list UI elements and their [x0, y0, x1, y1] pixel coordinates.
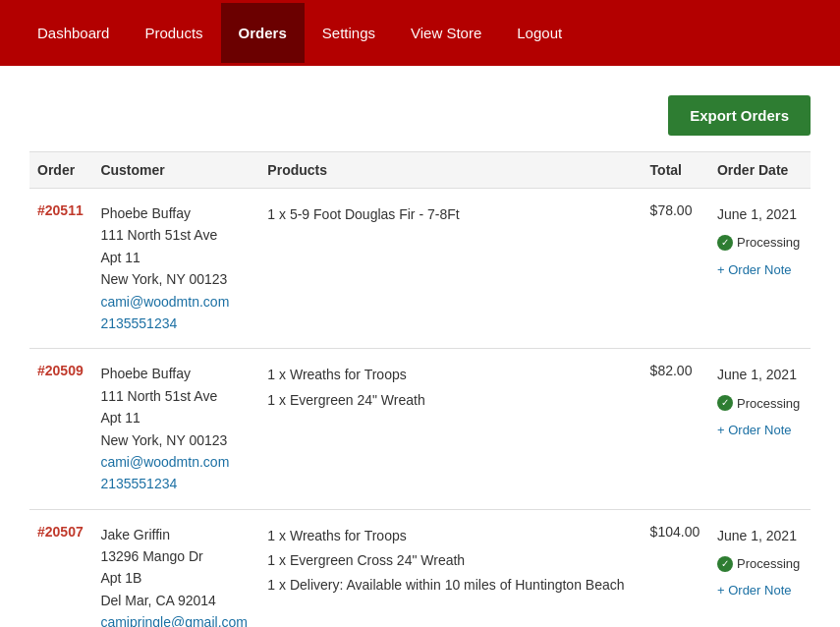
customer-name: Phoebe Buffay	[100, 363, 252, 384]
nav-item-view-store[interactable]: View Store	[393, 3, 499, 63]
order-date: June 1, 2021	[717, 202, 803, 227]
product-item: 1 x Wreaths for Troops	[267, 363, 634, 387]
nav-item-logout[interactable]: Logout	[499, 3, 580, 63]
customer-email[interactable]: camipringle@gmail.com	[100, 614, 248, 627]
product-item: 1 x 5-9 Foot Douglas Fir - 7-8Ft	[267, 202, 634, 227]
col-customer: Customer	[92, 152, 259, 189]
total-cell: $78.00	[643, 189, 709, 349]
nav-item-orders[interactable]: Orders	[221, 3, 305, 63]
nav-item-settings[interactable]: Settings	[305, 3, 393, 63]
customer-cell: Phoebe Buffay 111 North 51st Ave Apt 11 …	[92, 189, 259, 349]
customer-city: Del Mar, CA 92014	[100, 590, 252, 611]
status-icon	[717, 556, 733, 572]
products-cell: 1 x Wreaths for Troops1 x Evergreen Cros…	[259, 509, 642, 627]
col-order-date: Order Date	[709, 152, 811, 189]
export-orders-button[interactable]: Export Orders	[668, 95, 811, 136]
customer-name: Jake Griffin	[100, 524, 252, 545]
nav-item-products[interactable]: Products	[127, 3, 220, 63]
status-icon	[717, 395, 733, 411]
customer-name: Phoebe Buffay	[100, 202, 252, 224]
order-date-cell: June 1, 2021 Processing + Order Note	[709, 189, 811, 349]
orders-table: Order Customer Products Total Order Date…	[29, 151, 811, 627]
customer-cell: Jake Griffin 13296 Mango Dr Apt 1B Del M…	[92, 509, 259, 627]
order-id-link[interactable]: #20511	[37, 202, 84, 218]
order-id-cell: #20511	[29, 189, 92, 349]
customer-address1: 111 North 51st Ave	[100, 385, 252, 407]
customer-address2: Apt 11	[100, 247, 252, 268]
customer-address1: 111 North 51st Ave	[100, 224, 252, 246]
product-item: 1 x Evergreen 24" Wreath	[267, 388, 634, 413]
customer-address2: Apt 1B	[100, 567, 252, 589]
order-date-cell: June 1, 2021 Processing + Order Note	[709, 509, 811, 627]
customer-address2: Apt 11	[100, 407, 252, 428]
customer-phone[interactable]: 2135551234	[100, 315, 177, 331]
customer-phone[interactable]: 2135551234	[100, 476, 177, 491]
table-row: #20509 Phoebe Buffay 111 North 51st Ave …	[29, 349, 811, 509]
customer-address1: 13296 Mango Dr	[100, 545, 252, 567]
total-cell: $82.00	[643, 349, 709, 509]
order-id-cell: #20509	[29, 349, 92, 509]
customer-cell: Phoebe Buffay 111 North 51st Ave Apt 11 …	[92, 349, 259, 509]
products-cell: 1 x 5-9 Foot Douglas Fir - 7-8Ft	[259, 189, 642, 349]
products-cell: 1 x Wreaths for Troops1 x Evergreen 24" …	[259, 349, 642, 509]
order-id-link[interactable]: #20509	[37, 363, 84, 378]
order-note-link[interactable]: + Order Note	[717, 258, 803, 281]
nav-item-dashboard[interactable]: Dashboard	[20, 3, 127, 63]
col-total: Total	[643, 152, 709, 189]
product-item: 1 x Evergreen Cross 24" Wreath	[267, 548, 634, 573]
order-date-cell: June 1, 2021 Processing + Order Note	[709, 349, 811, 509]
product-item: 1 x Delivery: Available within 10 miles …	[267, 573, 634, 598]
status-badge: Processing	[737, 392, 800, 415]
status-icon	[717, 235, 733, 251]
order-note-link[interactable]: + Order Note	[717, 579, 803, 601]
customer-city: New York, NY 00123	[100, 268, 252, 290]
customer-email[interactable]: cami@woodmtn.com	[100, 294, 229, 310]
order-date: June 1, 2021	[717, 524, 803, 548]
col-order: Order	[29, 152, 92, 189]
navbar: DashboardProductsOrdersSettingsView Stor…	[0, 0, 840, 66]
order-id-cell: #20507	[29, 509, 92, 627]
order-note-link[interactable]: + Order Note	[717, 419, 803, 441]
order-id-link[interactable]: #20507	[37, 524, 84, 540]
customer-city: New York, NY 00123	[100, 429, 252, 451]
table-row: #20511 Phoebe Buffay 111 North 51st Ave …	[29, 189, 811, 349]
table-header-row: Order Customer Products Total Order Date	[29, 152, 811, 189]
status-badge: Processing	[737, 552, 800, 575]
col-products: Products	[259, 152, 642, 189]
customer-email[interactable]: cami@woodmtn.com	[100, 454, 229, 470]
status-badge: Processing	[737, 231, 800, 254]
order-date: June 1, 2021	[717, 363, 803, 387]
total-cell: $104.00	[643, 509, 709, 627]
table-row: #20507 Jake Griffin 13296 Mango Dr Apt 1…	[29, 509, 811, 627]
product-item: 1 x Wreaths for Troops	[267, 524, 634, 548]
